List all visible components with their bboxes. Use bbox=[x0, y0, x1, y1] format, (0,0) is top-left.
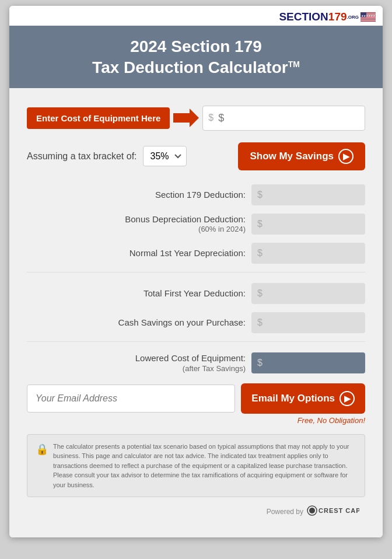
section179-output bbox=[251, 184, 365, 205]
output-fields: Section 179 Deduction: $ Bonus Depreciat… bbox=[27, 184, 365, 374]
svg-rect-7 bbox=[360, 18, 376, 18]
lowered-cost-field-wrap: $ bbox=[251, 352, 365, 373]
svg-rect-8 bbox=[360, 18, 376, 19]
lowered-cost-row: Lowered Cost of Equipment: (after Tax Sa… bbox=[27, 352, 365, 373]
svg-text:CREST CAPITAL: CREST CAPITAL bbox=[318, 507, 359, 514]
cash-savings-field-wrap: $ bbox=[251, 312, 365, 333]
lowered-cost-label: Lowered Cost of Equipment: (after Tax Sa… bbox=[27, 352, 251, 373]
logo-179-text: 179 bbox=[328, 11, 347, 23]
section179-label: Section 179 Deduction: bbox=[27, 189, 251, 201]
cost-label: Enter Cost of Equipment Here bbox=[27, 107, 170, 129]
lowered-cost-output bbox=[251, 352, 365, 373]
powered-by-row: Powered by CREST CAPITAL bbox=[27, 505, 365, 526]
lock-icon: 🔒 bbox=[36, 442, 48, 457]
site-logo: SECTION179.ORG ★★★★★★ bbox=[279, 11, 376, 23]
normal-dollar: $ bbox=[257, 248, 262, 258]
svg-rect-10 bbox=[360, 19, 376, 20]
normal-depreciation-output bbox=[251, 243, 365, 264]
section179-row: Section 179 Deduction: $ bbox=[27, 184, 365, 205]
free-note: Free, No Obligation! bbox=[27, 416, 365, 425]
cost-dollar-sign: $ bbox=[208, 113, 214, 123]
svg-marker-15 bbox=[173, 109, 199, 127]
show-savings-arrow-icon: ▶ bbox=[338, 149, 354, 164]
bonus-depreciation-label: Bonus Depreciation Deduction: (60% in 20… bbox=[27, 214, 251, 235]
logo-section-text: SECTION bbox=[279, 11, 328, 23]
svg-rect-9 bbox=[360, 19, 376, 19]
cash-savings-label: Cash Savings on your Purchase: bbox=[27, 317, 251, 329]
right-arrow-icon bbox=[173, 109, 199, 127]
svg-rect-12 bbox=[360, 21, 376, 22]
total-deduction-output bbox=[251, 283, 365, 304]
total-dollar: $ bbox=[257, 288, 262, 299]
powered-by-label: Powered by bbox=[267, 508, 303, 516]
divider-2 bbox=[27, 341, 365, 342]
normal-depreciation-label: Normal 1st Year Depreciation: bbox=[27, 247, 251, 259]
bonus-dollar: $ bbox=[257, 219, 262, 229]
show-savings-button[interactable]: Show My Savings ▶ bbox=[238, 142, 365, 170]
calculator-title: 2024 Section 179 Tax Deduction Calculato… bbox=[21, 36, 371, 79]
calculator-card: SECTION179.ORG ★★★★★★ bbox=[9, 6, 383, 537]
bonus-depreciation-field-wrap: $ bbox=[251, 214, 365, 235]
section179-dollar: $ bbox=[257, 190, 262, 200]
cost-input-row: Enter Cost of Equipment Here $ bbox=[27, 106, 365, 131]
email-options-button[interactable]: Email My Options ▶ bbox=[241, 383, 365, 414]
email-arrow-icon: ▶ bbox=[340, 391, 355, 406]
email-row: Email My Options ▶ bbox=[27, 383, 365, 414]
equipment-cost-input[interactable] bbox=[202, 106, 365, 131]
total-deduction-row: Total First Year Deduction: $ bbox=[27, 283, 365, 304]
svg-point-17 bbox=[309, 508, 315, 513]
normal-depreciation-field-wrap: $ bbox=[251, 243, 365, 264]
bracket-row: Assuming a tax bracket of: 10% 12% 22% 2… bbox=[27, 142, 365, 170]
total-deduction-field-wrap: $ bbox=[251, 283, 365, 304]
disclaimer-box: 🔒 The calculator presents a potential ta… bbox=[27, 434, 365, 498]
crest-capital-logo: CREST CAPITAL bbox=[307, 505, 359, 518]
svg-text:★★★★★★: ★★★★★★ bbox=[361, 14, 376, 18]
logo-org-text: .ORG bbox=[347, 15, 359, 20]
bonus-depreciation-output bbox=[251, 214, 365, 235]
bracket-label: Assuming a tax bracket of: bbox=[27, 151, 137, 162]
cash-dollar: $ bbox=[257, 317, 262, 328]
main-content: Enter Cost of Equipment Here $ Assuming … bbox=[9, 88, 383, 537]
lowered-dollar: $ bbox=[257, 358, 262, 368]
divider-1 bbox=[27, 272, 365, 272]
arrow-icon bbox=[173, 109, 199, 127]
cash-savings-output bbox=[251, 312, 365, 333]
crest-capital-svg: CREST CAPITAL bbox=[307, 505, 359, 516]
usa-flag-icon: ★★★★★★ bbox=[360, 12, 376, 22]
header-title-area: 2024 Section 179 Tax Deduction Calculato… bbox=[9, 26, 383, 88]
equipment-cost-wrap: $ bbox=[202, 106, 365, 131]
normal-depreciation-row: Normal 1st Year Depreciation: $ bbox=[27, 243, 365, 264]
bracket-select[interactable]: 10% 12% 22% 24% 32% 35% 37% bbox=[143, 146, 187, 166]
cash-savings-row: Cash Savings on your Purchase: $ bbox=[27, 312, 365, 333]
disclaimer-text: The calculator presents a potential tax … bbox=[53, 443, 349, 488]
bonus-depreciation-row: Bonus Depreciation Deduction: (60% in 20… bbox=[27, 214, 365, 235]
total-deduction-label: Total First Year Deduction: bbox=[27, 288, 251, 299]
svg-rect-11 bbox=[360, 20, 376, 21]
logo-bar: SECTION179.ORG ★★★★★★ bbox=[9, 6, 383, 26]
email-input[interactable] bbox=[27, 385, 235, 413]
section179-field-wrap: $ bbox=[251, 184, 365, 205]
